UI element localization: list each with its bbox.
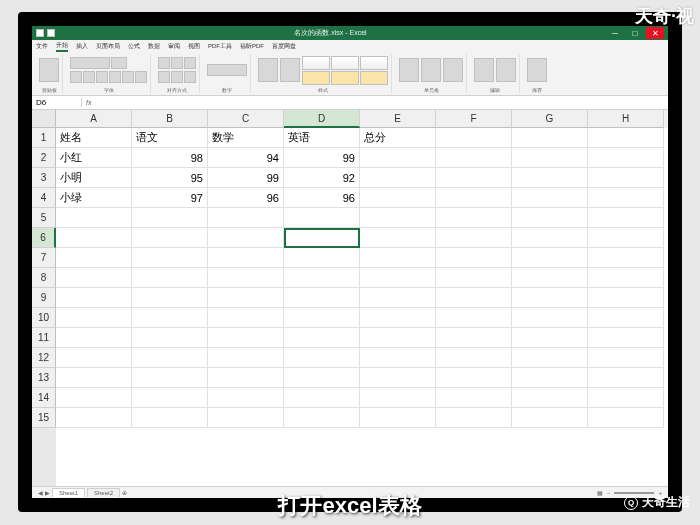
cell-B4[interactable]: 97 [132,188,208,208]
view-normal-icon[interactable]: ▦ [597,489,603,496]
cell-G15[interactable] [512,408,588,428]
cell-D8[interactable] [284,268,360,288]
cell-A12[interactable] [56,348,132,368]
cell-H5[interactable] [588,208,664,228]
cell-D15[interactable] [284,408,360,428]
cell-A9[interactable] [56,288,132,308]
save-icon[interactable] [36,29,44,37]
cell-C14[interactable] [208,388,284,408]
cell-F9[interactable] [436,288,512,308]
cell-F2[interactable] [436,148,512,168]
align-icon[interactable] [158,57,170,69]
cell-B8[interactable] [132,268,208,288]
cell-C3[interactable]: 99 [208,168,284,188]
column-header-D[interactable]: D [284,110,360,128]
menu-foxit-pdf[interactable]: 福昕PDF [240,42,264,51]
row-header-14[interactable]: 14 [32,388,56,408]
cell-E2[interactable] [360,148,436,168]
cell-H2[interactable] [588,148,664,168]
cell-C8[interactable] [208,268,284,288]
number-format[interactable] [207,64,247,76]
cell-C9[interactable] [208,288,284,308]
cell-A6[interactable] [56,228,132,248]
cell-C11[interactable] [208,328,284,348]
align-icon[interactable] [184,57,196,69]
cell-D11[interactable] [284,328,360,348]
delete-icon[interactable] [421,58,441,82]
cell-F15[interactable] [436,408,512,428]
cell-F3[interactable] [436,168,512,188]
cell-D7[interactable] [284,248,360,268]
tab-nav-icon[interactable]: ◀ [38,489,43,496]
align-icon[interactable] [158,71,170,83]
fx-icon[interactable]: fx [86,99,91,106]
fill-color-icon[interactable] [122,71,134,83]
row-header-9[interactable]: 9 [32,288,56,308]
cell-H3[interactable] [588,168,664,188]
align-icon[interactable] [171,71,183,83]
cell-D5[interactable] [284,208,360,228]
cell-E8[interactable] [360,268,436,288]
column-header-C[interactable]: C [208,110,284,128]
cell-B3[interactable]: 95 [132,168,208,188]
cell-D2[interactable]: 99 [284,148,360,168]
cell-A14[interactable] [56,388,132,408]
cell-H7[interactable] [588,248,664,268]
row-header-2[interactable]: 2 [32,148,56,168]
row-header-11[interactable]: 11 [32,328,56,348]
menu-insert[interactable]: 插入 [76,42,88,51]
column-header-H[interactable]: H [588,110,664,128]
cell-G10[interactable] [512,308,588,328]
font-selector[interactable] [70,57,110,69]
quick-access-toolbar[interactable] [36,29,55,37]
cell-G5[interactable] [512,208,588,228]
cell-A13[interactable] [56,368,132,388]
cell-C15[interactable] [208,408,284,428]
cell-B6[interactable] [132,228,208,248]
font-size[interactable] [111,57,127,69]
cell-D13[interactable] [284,368,360,388]
cell-F13[interactable] [436,368,512,388]
cell-A15[interactable] [56,408,132,428]
menu-pdf-tools[interactable]: PDF工具 [208,42,232,51]
cell-B1[interactable]: 语文 [132,128,208,148]
menu-baidu[interactable]: 百度网盘 [272,42,296,51]
row-header-6[interactable]: 6 [32,228,56,248]
cell-C7[interactable] [208,248,284,268]
cell-A11[interactable] [56,328,132,348]
cell-E13[interactable] [360,368,436,388]
cell-H13[interactable] [588,368,664,388]
cell-F7[interactable] [436,248,512,268]
cell-E14[interactable] [360,388,436,408]
cell-B13[interactable] [132,368,208,388]
cell-H6[interactable] [588,228,664,248]
cell-B14[interactable] [132,388,208,408]
cell-D6[interactable] [284,228,360,248]
cell-G4[interactable] [512,188,588,208]
cell-G13[interactable] [512,368,588,388]
cell-G8[interactable] [512,268,588,288]
cell-B9[interactable] [132,288,208,308]
cell-D4[interactable]: 96 [284,188,360,208]
column-header-B[interactable]: B [132,110,208,128]
cell-A8[interactable] [56,268,132,288]
menu-review[interactable]: 审阅 [168,42,180,51]
menu-data[interactable]: 数据 [148,42,160,51]
cell-G14[interactable] [512,388,588,408]
font-color-icon[interactable] [135,71,147,83]
cell-G2[interactable] [512,148,588,168]
cell-B10[interactable] [132,308,208,328]
name-box[interactable]: D6 [32,98,82,107]
menu-home[interactable]: 开始 [56,41,68,52]
cell-D9[interactable] [284,288,360,308]
cell-B15[interactable] [132,408,208,428]
close-button[interactable]: ✕ [646,27,664,39]
cell-H14[interactable] [588,388,664,408]
cell-A1[interactable]: 姓名 [56,128,132,148]
maximize-button[interactable]: □ [626,27,644,39]
format-icon[interactable] [443,58,463,82]
row-header-7[interactable]: 7 [32,248,56,268]
cell-style[interactable] [331,71,359,85]
cell-E4[interactable] [360,188,436,208]
cell-B11[interactable] [132,328,208,348]
